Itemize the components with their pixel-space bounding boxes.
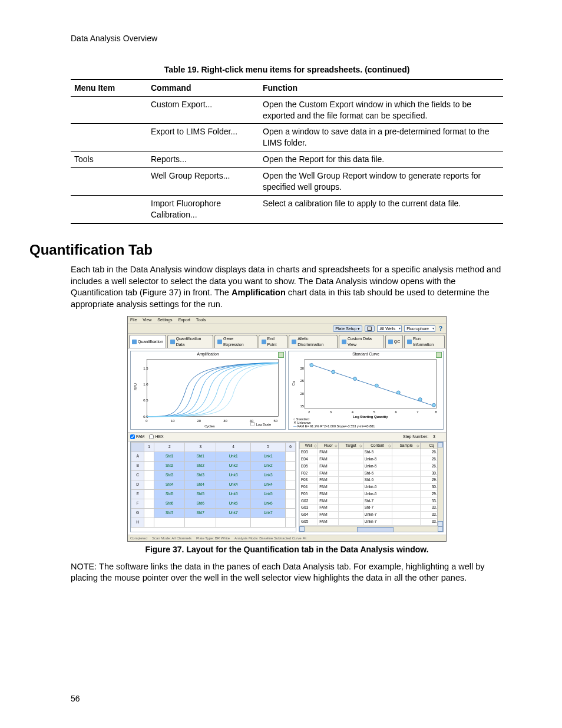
well-cell[interactable] bbox=[286, 480, 296, 489]
well-cell[interactable] bbox=[144, 518, 154, 527]
menu-export[interactable]: Export bbox=[178, 317, 190, 322]
well-cell[interactable]: Unk2 bbox=[251, 461, 286, 470]
well-cell[interactable] bbox=[286, 499, 296, 508]
col-target[interactable]: Target◇ bbox=[339, 442, 363, 449]
well-cell[interactable] bbox=[144, 461, 154, 470]
well-cell[interactable]: Unk4 bbox=[251, 480, 286, 489]
vertical-scrollbar[interactable] bbox=[437, 442, 443, 526]
well-cell[interactable]: Std2 bbox=[154, 461, 185, 470]
well-cell[interactable]: Unk5 bbox=[251, 489, 286, 499]
view-mode-dropdown[interactable]: Fluorophore bbox=[404, 325, 435, 332]
step-number-dropdown[interactable]: 3 bbox=[433, 434, 444, 439]
svg-rect-15 bbox=[305, 360, 436, 409]
help-button[interactable]: ? bbox=[438, 325, 444, 333]
well-cell[interactable] bbox=[286, 461, 296, 470]
data-cell: FAM bbox=[318, 456, 339, 463]
data-cell: Std-6 bbox=[363, 470, 392, 477]
well-cell[interactable]: Unk6 bbox=[216, 499, 250, 508]
cell-function: Open the Custom Export window in which t… bbox=[259, 96, 503, 124]
data-cell: F02 bbox=[300, 470, 318, 477]
svg-text:5: 5 bbox=[373, 410, 375, 414]
tab-custom-data-view[interactable]: Custom Data View bbox=[339, 335, 384, 348]
well-cell[interactable]: Std3 bbox=[185, 470, 216, 480]
tab-run-information[interactable]: Run Information bbox=[404, 335, 445, 348]
well-group-dropdown[interactable]: All Wells bbox=[377, 325, 402, 332]
well-cell[interactable]: Std5 bbox=[185, 489, 216, 499]
well-cell[interactable] bbox=[216, 518, 250, 527]
well-cell[interactable] bbox=[185, 518, 216, 527]
cell-command: Reports... bbox=[147, 151, 259, 168]
amplification-chart: Amplification 0.00.51.01.5 01020304050 R… bbox=[130, 351, 286, 430]
well-cell[interactable] bbox=[286, 452, 296, 461]
data-cell bbox=[339, 449, 363, 456]
status-segment: Plate Type: BR White bbox=[196, 536, 230, 541]
well-cell[interactable] bbox=[286, 470, 296, 480]
well-cell[interactable]: Unk3 bbox=[251, 470, 286, 480]
well-cell[interactable]: Unk7 bbox=[216, 508, 250, 518]
page-number: 56 bbox=[71, 693, 80, 704]
well-cell[interactable]: Unk1 bbox=[251, 452, 286, 461]
hex-checkbox[interactable]: HEX bbox=[149, 434, 163, 439]
col-fluor[interactable]: Fluor◇ bbox=[318, 442, 339, 449]
svg-line-29 bbox=[309, 364, 435, 407]
well-cell[interactable] bbox=[251, 518, 286, 527]
menu-bar[interactable]: FileViewSettingsExportTools bbox=[128, 317, 446, 324]
data-cell: FAM bbox=[318, 498, 339, 505]
well-cell[interactable]: Std4 bbox=[154, 480, 185, 489]
tab-gene-expression[interactable]: Gene Expression bbox=[214, 335, 257, 348]
well-cell[interactable] bbox=[144, 499, 154, 508]
well-cell[interactable]: Std6 bbox=[154, 499, 185, 508]
copy-chart-icon[interactable] bbox=[436, 352, 442, 358]
well-cell[interactable]: Std4 bbox=[185, 480, 216, 489]
data-cell: E05 bbox=[300, 463, 318, 470]
svg-text:1.5: 1.5 bbox=[143, 367, 148, 370]
well-cell[interactable] bbox=[154, 518, 185, 527]
well-cell[interactable] bbox=[144, 508, 154, 518]
well-cell[interactable]: Unk3 bbox=[216, 470, 250, 480]
col-content[interactable]: Content◇ bbox=[363, 442, 392, 449]
well-cell[interactable] bbox=[144, 452, 154, 461]
well-cell[interactable] bbox=[144, 470, 154, 480]
copy-chart-icon[interactable] bbox=[278, 352, 284, 358]
menu-file[interactable]: File bbox=[130, 317, 137, 322]
well-cell[interactable] bbox=[286, 518, 296, 527]
standard-curve-chart: Standard Curve 15202530 2345678 Cq Log S… bbox=[288, 351, 444, 430]
tab-qc[interactable]: QC bbox=[385, 335, 404, 348]
well-cell[interactable]: Unk4 bbox=[216, 480, 250, 489]
plate-setup-button[interactable]: Plate Setup ▾ bbox=[333, 325, 362, 332]
menu-settings[interactable]: Settings bbox=[157, 317, 172, 322]
results-table[interactable]: Well◇Fluor◇Target◇Content◇Sample◇Cq◇E03F… bbox=[299, 442, 444, 532]
svg-text:7: 7 bbox=[416, 410, 418, 414]
well-cell[interactable]: Std1 bbox=[185, 452, 216, 461]
well-cell[interactable] bbox=[286, 489, 296, 499]
well-cell[interactable]: Std3 bbox=[154, 470, 185, 480]
well-cell[interactable]: Std6 bbox=[185, 499, 216, 508]
well-cell[interactable] bbox=[144, 480, 154, 489]
well-cell[interactable]: Std2 bbox=[185, 461, 216, 470]
col-sample[interactable]: Sample◇ bbox=[392, 442, 420, 449]
well-cell[interactable]: Unk2 bbox=[216, 461, 250, 470]
well-cell[interactable]: Unk5 bbox=[216, 489, 250, 499]
menu-view[interactable]: View bbox=[143, 317, 151, 322]
tab-strip[interactable]: QuantificationQuantification DataGene Ex… bbox=[128, 334, 446, 348]
horizontal-scrollbar[interactable] bbox=[299, 526, 443, 532]
well-cell[interactable] bbox=[144, 489, 154, 499]
well-group-icon[interactable]: 🔲 bbox=[365, 325, 375, 332]
well-cell[interactable]: Std1 bbox=[154, 452, 185, 461]
fam-checkbox[interactable]: FAM bbox=[130, 434, 144, 439]
well-cell[interactable]: Std7 bbox=[154, 508, 185, 518]
menu-tools[interactable]: Tools bbox=[196, 317, 206, 322]
tab-quantification[interactable]: Quantification bbox=[129, 335, 166, 348]
well-cell[interactable] bbox=[286, 508, 296, 518]
well-cell[interactable]: Std5 bbox=[154, 489, 185, 499]
tab-quantification-data[interactable]: Quantification Data bbox=[167, 335, 213, 348]
well-cell[interactable]: Std7 bbox=[185, 508, 216, 518]
well-cell[interactable]: Unk7 bbox=[251, 508, 286, 518]
well-cell[interactable]: Unk6 bbox=[251, 499, 286, 508]
col-well[interactable]: Well◇ bbox=[300, 442, 318, 449]
tab-allelic-discrimination[interactable]: Allelic Discrimination bbox=[289, 335, 338, 348]
tab-end-point[interactable]: End Point bbox=[259, 335, 288, 348]
well-cell[interactable]: Unk1 bbox=[216, 452, 250, 461]
well-selector[interactable]: 123456AStd1Std1Unk1Unk1BStd2Std2Unk2Unk2… bbox=[130, 442, 296, 532]
running-header: Data Analysis Overview bbox=[71, 33, 503, 44]
